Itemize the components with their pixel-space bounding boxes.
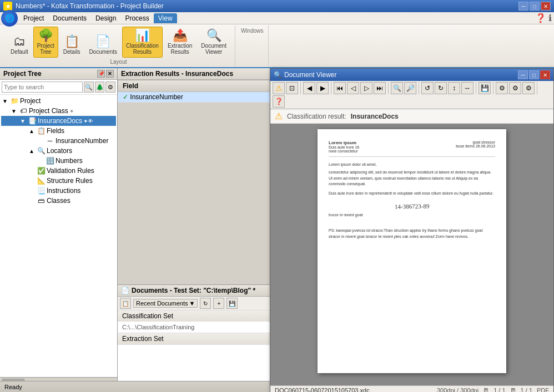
- tree-options-btn[interactable]: ⚙: [105, 82, 115, 93]
- classification-set-label: Classification Set: [122, 312, 173, 320]
- dv-first-btn[interactable]: ⏮: [334, 82, 346, 94]
- project-tree-btn[interactable]: 🌳 ProjectTree: [33, 27, 58, 58]
- fields-icon: 📋: [37, 126, 46, 135]
- page-icon: 🖹: [483, 387, 489, 392]
- tree-item-project[interactable]: ▼ 📁 Project: [1, 96, 116, 106]
- default-btn[interactable]: 🗂 Default: [7, 33, 32, 58]
- classification-results-label: ClassificationResults: [126, 43, 159, 55]
- dv-divider-1: [300, 82, 301, 94]
- toggle-fields[interactable]: ▲: [29, 128, 36, 134]
- tree-item-classes[interactable]: 🗃 Classes: [1, 196, 116, 206]
- tree-item-fields[interactable]: ▲ 📋 Fields: [1, 126, 116, 136]
- dv-divider-7: [537, 82, 537, 94]
- tree-item-instructions[interactable]: 📃 Instructions: [1, 186, 116, 196]
- doc-save-btn[interactable]: 💾: [226, 298, 238, 309]
- extraction-results-btn[interactable]: 📤 ExtractionResults: [164, 27, 196, 58]
- search-input[interactable]: [2, 82, 83, 93]
- doc-viewer-icon: 🔍: [274, 71, 282, 79]
- tree-item-locators[interactable]: ▲ 🔍 Locators: [1, 146, 116, 156]
- dv-warning-icon: ⚠: [273, 82, 285, 94]
- tree-label-locators: Locators: [47, 147, 72, 155]
- tree-item-insurancedocs[interactable]: ▼ 📑 InsuranceDocs ✦👁: [1, 116, 116, 126]
- tree-item-numbers[interactable]: 🔢 Numbers: [1, 156, 116, 166]
- menu-process[interactable]: Process: [120, 13, 153, 23]
- insurancedocs-icon: 📑: [28, 116, 37, 125]
- documents-btn[interactable]: 📄 Documents: [85, 33, 121, 58]
- dv-close-btn[interactable]: ✕: [540, 70, 550, 79]
- doc-footer1: trucor in nixent goat: [329, 213, 495, 217]
- menu-design[interactable]: Design: [91, 13, 120, 23]
- details-btn[interactable]: 📋 Details: [59, 33, 84, 58]
- toggle-project-class[interactable]: ▼: [11, 108, 18, 114]
- tree-item-validation-rules[interactable]: ✅ Validation Rules: [1, 166, 116, 176]
- doc-body3: Duis aute irure dolor in reprehenderit i…: [329, 191, 495, 197]
- doc-add-btn[interactable]: +: [213, 298, 224, 309]
- dv-last-btn[interactable]: ⏭: [374, 82, 386, 94]
- doc-footer2: PS: kaveqasi pveicss iol siracor.Than st…: [329, 228, 495, 240]
- dv-settings3-btn[interactable]: ⚙: [522, 82, 535, 94]
- dv-settings2-btn[interactable]: ⚙: [509, 82, 521, 94]
- dv-mirror-btn[interactable]: ↔: [461, 82, 474, 94]
- app-globe-icon[interactable]: 🌐: [1, 10, 18, 27]
- help-icon[interactable]: ❓: [535, 13, 546, 23]
- doc-refresh-btn[interactable]: ↻: [200, 298, 211, 309]
- dv-flip-btn[interactable]: ↕: [448, 82, 460, 94]
- doc-viewer-title-bar: 🔍 Document Viewer ─ □ ✕: [270, 69, 553, 81]
- dv-fit-btn[interactable]: ⊡: [286, 82, 298, 94]
- close-panel-button[interactable]: ✕: [106, 70, 114, 78]
- doc-header-right-date: buse items 26.06.2013: [456, 144, 495, 148]
- dv-maximize-btn[interactable]: □: [529, 70, 539, 79]
- tree-expand-btn[interactable]: 🌲: [95, 82, 105, 93]
- field-name: InsuranceNumber: [130, 93, 183, 101]
- footer-pages: 1 / 1: [493, 387, 505, 392]
- toggle-insurancedocs[interactable]: ▼: [20, 118, 27, 124]
- dv-help-btn[interactable]: ❓: [273, 95, 285, 108]
- default-icon: 🗂: [13, 35, 26, 48]
- tree-label-structure: Structure Rules: [47, 177, 93, 185]
- close-button[interactable]: ✕: [541, 2, 551, 11]
- tree-item-project-class[interactable]: ▼ 🏷 Project Class ✦: [1, 106, 116, 116]
- restore-button[interactable]: □: [530, 2, 540, 11]
- dv-zoom-out-btn[interactable]: 🔎: [404, 82, 416, 94]
- dv-prev-btn[interactable]: ◀: [303, 82, 315, 94]
- info-icon[interactable]: ℹ: [548, 13, 552, 23]
- menu-view[interactable]: View: [154, 13, 177, 23]
- dv-next-btn[interactable]: ▶: [316, 82, 329, 94]
- recent-docs-button[interactable]: Recent Documents ▼: [133, 299, 198, 308]
- dv-rotate-left-btn[interactable]: ↺: [421, 82, 434, 94]
- project-tree-title: Project Tree: [3, 70, 42, 78]
- dv-prev2-btn[interactable]: ◁: [347, 82, 359, 94]
- doc-toolbar-icon1[interactable]: 📋: [120, 298, 131, 309]
- toggle-project[interactable]: ▼: [2, 98, 9, 104]
- dv-minimize-btn[interactable]: ─: [518, 70, 528, 79]
- dv-zoom-in-btn[interactable]: 🔍: [391, 82, 403, 94]
- toggle-locators[interactable]: ▲: [29, 148, 36, 154]
- dv-save-btn[interactable]: 💾: [479, 82, 491, 94]
- check-icon: ✓: [123, 93, 128, 101]
- dv-next2-btn[interactable]: ▷: [360, 82, 372, 94]
- structure-icon: 📐: [37, 176, 46, 185]
- classification-label: Classification result:: [287, 113, 346, 120]
- minimize-button[interactable]: ─: [518, 2, 528, 11]
- insurancedocs-badge: ✦👁: [83, 118, 93, 124]
- project-tree-label: ProjectTree: [37, 43, 54, 55]
- classification-results-btn[interactable]: 📊 ClassificationResults: [122, 27, 163, 58]
- doc-body2: consectetur adipiscing elit, sed do eius…: [329, 170, 495, 187]
- tree-item-insurancenumber[interactable]: ─ InsuranceNumber: [1, 136, 116, 146]
- pin-button[interactable]: 📌: [97, 70, 105, 78]
- tree-label-numbers: Numbers: [56, 157, 83, 165]
- project-class-badge: ✦: [69, 108, 74, 114]
- dv-settings1-btn[interactable]: ⚙: [496, 82, 508, 94]
- document-viewer-btn[interactable]: 🔍 DocumentViewer: [197, 27, 230, 58]
- classification-results-icon: 📊: [135, 29, 150, 42]
- search-button[interactable]: 🔍: [84, 82, 94, 93]
- menu-documents[interactable]: Documents: [48, 13, 91, 23]
- dv-divider-3: [388, 82, 389, 94]
- doc-header-greeting: nixie consectetur: [329, 149, 359, 153]
- tree-item-structure-rules[interactable]: 📐 Structure Rules: [1, 176, 116, 186]
- dv-rotate-right-btn[interactable]: ↻: [435, 82, 447, 94]
- menu-project[interactable]: Project: [19, 13, 48, 23]
- footer-format: PDF: [537, 387, 549, 392]
- app-icon: ★: [3, 2, 12, 11]
- layout-group-label: Layout: [110, 59, 127, 65]
